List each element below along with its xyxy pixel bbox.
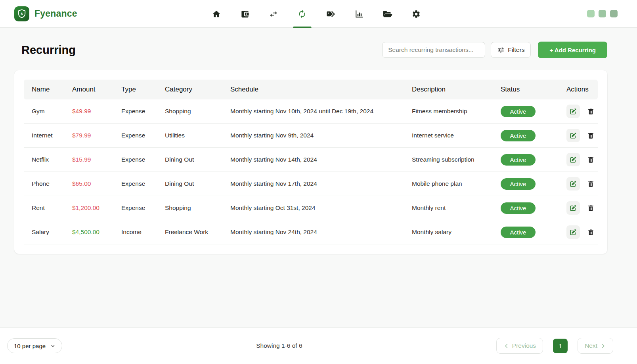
app-logo: $ xyxy=(14,6,29,21)
sliders-icon xyxy=(497,46,505,54)
filters-label: Filters xyxy=(508,46,524,53)
edit-button[interactable] xyxy=(566,177,580,191)
delete-button[interactable] xyxy=(585,225,596,239)
recurring-schedule: Monthly starting Nov 10th, 2024 until De… xyxy=(230,99,412,124)
column-header-actions: Actions xyxy=(566,80,598,99)
delete-button[interactable] xyxy=(585,201,596,215)
recurring-category: Dining Out xyxy=(165,172,230,196)
table-row: Internet $79.99 Expense Utilities Monthl… xyxy=(24,124,598,148)
svg-text:$: $ xyxy=(21,11,23,15)
home-icon xyxy=(212,10,221,19)
chevron-right-icon xyxy=(600,343,606,349)
delete-button[interactable] xyxy=(585,153,596,166)
edit-button[interactable] xyxy=(566,153,580,166)
edit-button[interactable] xyxy=(566,105,580,118)
main-content: Recurring Filters + Add Recurring Name A… xyxy=(14,28,607,327)
window-maximize-button[interactable] xyxy=(599,10,606,17)
edit-icon xyxy=(570,132,577,139)
per-page-select[interactable]: 10 per page xyxy=(7,338,62,353)
filters-button[interactable]: Filters xyxy=(491,42,531,58)
recurring-type: Expense xyxy=(121,99,165,124)
recurring-amount: $4,500.00 xyxy=(72,220,121,244)
top-bar: $ Fyenance xyxy=(0,0,637,28)
previous-page-label: Previous xyxy=(512,342,536,349)
edit-icon xyxy=(570,156,577,163)
previous-page-button[interactable]: Previous xyxy=(496,338,543,354)
recurring-category: Freelance Work xyxy=(165,220,230,244)
column-header-schedule: Schedule xyxy=(230,80,412,99)
nav-settings[interactable] xyxy=(407,0,425,28)
table-header-row: Name Amount Type Category Schedule Descr… xyxy=(24,80,598,99)
table-row: Rent $1,200.00 Expense Shopping Monthly … xyxy=(24,196,598,220)
nav-home[interactable] xyxy=(207,0,226,28)
recurring-amount: $49.99 xyxy=(72,99,121,124)
recurring-description: Mobile phone plan xyxy=(412,172,501,196)
table-row: Gym $49.99 Expense Shopping Monthly star… xyxy=(24,99,598,124)
recurring-description: Internet service xyxy=(412,124,501,148)
column-header-amount: Amount xyxy=(72,80,121,99)
chevron-down-icon xyxy=(50,343,55,349)
page-title: Recurring xyxy=(14,44,76,57)
status-badge: Active xyxy=(501,202,536,214)
trash-icon xyxy=(587,108,595,115)
trash-icon xyxy=(587,229,595,236)
edit-button[interactable] xyxy=(566,225,580,239)
reports-icon xyxy=(355,10,364,19)
column-header-category: Category xyxy=(165,80,230,99)
delete-button[interactable] xyxy=(585,105,596,118)
status-badge: Active xyxy=(501,106,536,117)
edit-button[interactable] xyxy=(566,201,580,215)
recurring-schedule: Monthly starting Nov 9th, 2024 xyxy=(230,124,412,148)
add-recurring-button[interactable]: + Add Recurring xyxy=(538,42,607,58)
recurring-description: Monthly salary xyxy=(412,220,501,244)
trash-icon xyxy=(587,132,595,139)
window-minimize-button[interactable] xyxy=(587,10,595,17)
recurring-category: Shopping xyxy=(165,99,230,124)
page-header: Recurring Filters + Add Recurring xyxy=(14,42,607,58)
nav-transactions[interactable] xyxy=(264,0,283,28)
categories-icon xyxy=(326,10,335,19)
status-badge: Active xyxy=(501,154,536,166)
recurring-amount: $1,200.00 xyxy=(72,196,121,220)
nav-reports[interactable] xyxy=(350,0,368,28)
edit-icon xyxy=(570,108,577,115)
recurring-table: Name Amount Type Category Schedule Descr… xyxy=(24,80,598,244)
edit-button[interactable] xyxy=(566,129,580,142)
trash-icon xyxy=(587,180,595,188)
column-header-type: Type xyxy=(121,80,165,99)
search-input[interactable] xyxy=(382,42,485,58)
recurring-type: Expense xyxy=(121,172,165,196)
showing-status: Showing 1-6 of 6 xyxy=(256,342,302,349)
recurring-amount: $79.99 xyxy=(72,124,121,148)
recurring-name: Rent xyxy=(24,196,72,220)
column-header-description: Description xyxy=(412,80,501,99)
recurring-amount: $15.99 xyxy=(72,148,121,172)
recurring-type: Expense xyxy=(121,148,165,172)
column-header-name: Name xyxy=(24,80,72,99)
next-page-button[interactable]: Next xyxy=(578,338,613,354)
nav-accounts[interactable] xyxy=(236,0,254,28)
brand: $ Fyenance xyxy=(0,6,77,21)
trash-icon xyxy=(587,156,595,164)
toolbar: Filters + Add Recurring xyxy=(382,42,607,58)
delete-button[interactable] xyxy=(585,177,596,191)
nav-categories[interactable] xyxy=(321,0,340,28)
column-header-status: Status xyxy=(501,80,566,99)
recurring-schedule: Monthly starting Nov 14th, 2024 xyxy=(230,148,412,172)
recurring-name: Internet xyxy=(24,124,72,148)
current-page-button[interactable]: 1 xyxy=(553,339,568,353)
pagination: Previous 1 Next xyxy=(496,338,613,354)
trash-icon xyxy=(587,204,595,212)
nav-files[interactable] xyxy=(379,0,397,28)
recurring-table-card: Name Amount Type Category Schedule Descr… xyxy=(14,70,607,254)
recurring-name: Salary xyxy=(24,220,72,244)
delete-button[interactable] xyxy=(585,129,596,142)
window-close-button[interactable] xyxy=(610,10,618,17)
edit-icon xyxy=(570,204,577,212)
next-page-label: Next xyxy=(585,342,597,349)
nav-recurring[interactable] xyxy=(293,0,311,28)
table-row: Netflix $15.99 Expense Dining Out Monthl… xyxy=(24,148,598,172)
table-row: Salary $4,500.00 Income Freelance Work M… xyxy=(24,220,598,244)
edit-icon xyxy=(570,180,577,187)
recurring-schedule: Monthly starting Oct 31st, 2024 xyxy=(230,196,412,220)
